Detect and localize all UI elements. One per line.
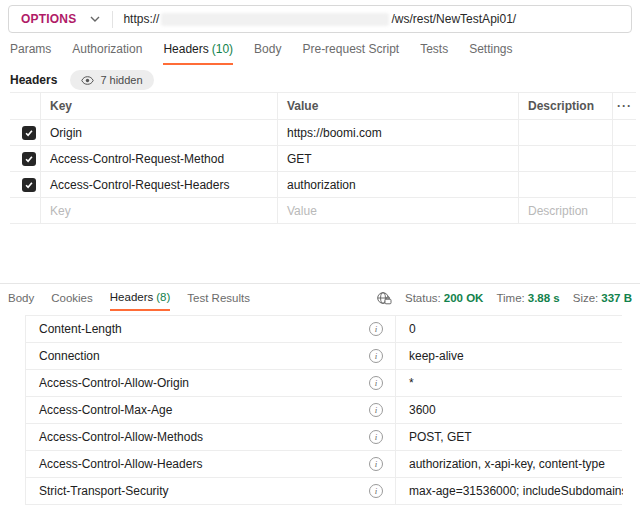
info-icon[interactable]: i <box>369 457 383 471</box>
time-badge: Time:3.88 s <box>496 292 559 304</box>
table-row: Access-Control-Request-Method GET <box>10 146 636 172</box>
header-description-input[interactable] <box>518 146 612 171</box>
tab-params[interactable]: Params <box>10 42 51 65</box>
tab-pre-request-script[interactable]: Pre-request Script <box>302 42 399 65</box>
time-value: 3.88 s <box>528 292 560 304</box>
response-header-row: Access-Control-Allow-Headersi authorizat… <box>26 451 622 478</box>
response-header-row: Connectioni keep-alive <box>26 343 622 370</box>
response-header-key: Access-Control-Allow-Origin <box>39 376 369 390</box>
response-header-row: Access-Control-Allow-Origini * <box>26 370 622 397</box>
response-header-row: Strict-Transport-Securityi max-age=31536… <box>26 478 622 505</box>
response-header-key: Access-Control-Allow-Headers <box>39 457 369 471</box>
table-row-placeholder: Key Value Description <box>10 198 636 224</box>
response-header-row: Access-Control-Max-Agei 3600 <box>26 397 622 424</box>
header-value-input[interactable]: https://boomi.com <box>277 120 518 145</box>
response-header-value: * <box>396 376 623 390</box>
status-badge: Status:200 OK <box>405 292 483 304</box>
response-header-key: Access-Control-Max-Age <box>39 403 369 417</box>
header-description-input[interactable] <box>518 172 612 197</box>
row-checkbox[interactable] <box>22 152 36 166</box>
request-tabs: Params Authorization Headers(10) Body Pr… <box>10 42 513 65</box>
response-bar: Body Cookies Headers(8) Test Results Sta… <box>0 283 640 311</box>
size-badge: Size:337 B <box>573 292 632 304</box>
info-icon[interactable]: i <box>369 484 383 498</box>
response-header-value: 0 <box>396 322 623 336</box>
response-header-value: max-age=31536000; includeSubdomains; <box>396 484 623 498</box>
tab-body[interactable]: Body <box>254 42 281 65</box>
url-prefix: https:// <box>123 12 159 26</box>
header-checkbox-cell <box>10 93 40 119</box>
response-header-key: Access-Control-Allow-Methods <box>39 430 369 444</box>
response-header-value: POST, GET <box>396 430 623 444</box>
row-spacer <box>612 120 636 145</box>
info-icon[interactable]: i <box>369 403 383 417</box>
info-icon[interactable]: i <box>369 430 383 444</box>
request-url-bar: OPTIONS https:// /ws/rest/NewTestApi01/ <box>8 5 632 33</box>
response-headers-table: Content-Lengthi 0 Connectioni keep-alive… <box>25 315 622 505</box>
tab-headers[interactable]: Headers(10) <box>163 42 233 65</box>
hidden-headers-toggle[interactable]: 7 hidden <box>70 70 153 90</box>
row-spacer <box>612 172 636 197</box>
header-key-input[interactable]: Origin <box>40 120 277 145</box>
response-header-row: Content-Lengthi 0 <box>26 316 622 343</box>
request-headers-table: Key Value Description ··· Origin https:/… <box>10 92 636 224</box>
header-description-input[interactable]: Description <box>518 198 612 223</box>
header-key-input[interactable]: Access-Control-Request-Headers <box>40 172 277 197</box>
status-value: 200 OK <box>444 292 484 304</box>
table-row: Access-Control-Request-Headers authoriza… <box>10 172 636 198</box>
row-spacer <box>612 198 636 223</box>
headers-subheader: Headers 7 hidden <box>10 70 154 90</box>
response-header-value: keep-alive <box>396 349 623 363</box>
row-checkbox[interactable] <box>22 178 36 192</box>
tab-headers-label: Headers <box>163 42 208 56</box>
response-tabs: Body Cookies Headers(8) Test Results <box>8 284 250 311</box>
row-checkbox[interactable] <box>22 126 36 140</box>
eye-icon <box>81 76 94 85</box>
info-icon[interactable]: i <box>369 322 383 336</box>
headers-title: Headers <box>10 73 57 87</box>
response-header-key: Strict-Transport-Security <box>39 484 369 498</box>
row-spacer <box>612 146 636 171</box>
url-redacted-segment <box>161 13 389 26</box>
url-input[interactable]: https:// /ws/rest/NewTestApi01/ <box>113 12 516 26</box>
response-tab-headers-label: Headers <box>110 291 153 303</box>
info-icon[interactable]: i <box>369 376 383 390</box>
response-tab-cookies[interactable]: Cookies <box>51 284 93 311</box>
method-selector[interactable]: OPTIONS <box>9 6 112 32</box>
header-value-input[interactable]: authorization <box>277 172 518 197</box>
url-suffix: /ws/rest/NewTestApi01/ <box>391 12 516 26</box>
column-value: Value <box>277 93 518 119</box>
header-value-input[interactable]: GET <box>277 146 518 171</box>
header-value-input[interactable]: Value <box>277 198 518 223</box>
tab-tests[interactable]: Tests <box>420 42 448 65</box>
more-options-icon[interactable]: ··· <box>612 93 636 119</box>
response-tab-test-results[interactable]: Test Results <box>187 284 250 311</box>
column-description: Description <box>518 93 612 119</box>
header-description-input[interactable] <box>518 120 612 145</box>
globe-lock-icon[interactable] <box>376 291 392 305</box>
response-header-key: Connection <box>39 349 369 363</box>
response-header-value: authorization, x-api-key, content-type <box>396 457 623 471</box>
info-icon[interactable]: i <box>369 349 383 363</box>
response-header-row: Access-Control-Allow-Methodsi POST, GET <box>26 424 622 451</box>
response-meta: Status:200 OK Time:3.88 s Size:337 B <box>376 284 632 311</box>
table-row: Origin https://boomi.com <box>10 120 636 146</box>
tab-settings[interactable]: Settings <box>469 42 512 65</box>
header-key-input[interactable]: Access-Control-Request-Method <box>40 146 277 171</box>
tab-authorization[interactable]: Authorization <box>72 42 142 65</box>
response-header-key: Content-Length <box>39 322 369 336</box>
placeholder-checkbox-cell <box>10 198 40 223</box>
header-key-input[interactable]: Key <box>40 198 277 223</box>
chevron-down-icon <box>90 16 100 22</box>
response-header-value: 3600 <box>396 403 623 417</box>
tab-headers-count: (10) <box>212 42 233 56</box>
size-value: 337 B <box>601 292 632 304</box>
table-header-row: Key Value Description ··· <box>10 93 636 120</box>
response-tab-headers[interactable]: Headers(8) <box>110 284 171 311</box>
response-tab-body[interactable]: Body <box>8 284 34 311</box>
response-tab-headers-count: (8) <box>156 291 170 303</box>
column-key: Key <box>40 93 277 119</box>
hidden-badge-label: 7 hidden <box>100 74 142 86</box>
method-label: OPTIONS <box>21 12 76 26</box>
